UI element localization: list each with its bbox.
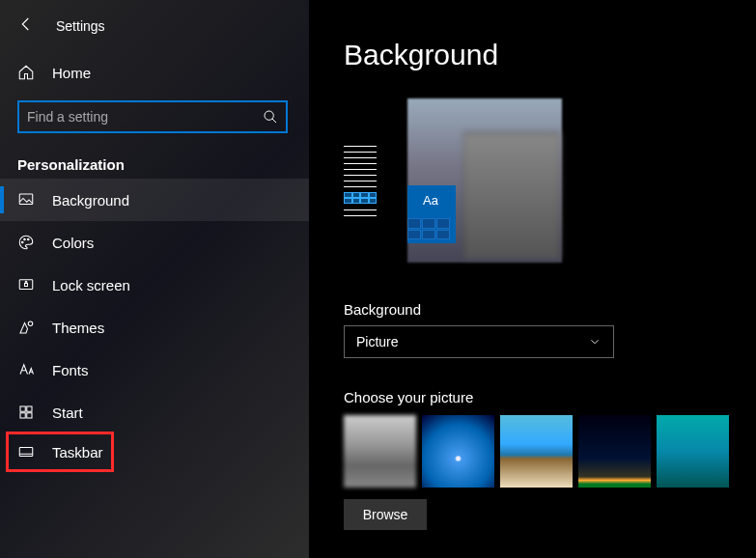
svg-point-0 [265,111,273,120]
background-dropdown[interactable]: Picture [344,325,614,358]
chevron-down-icon [588,335,602,349]
svg-rect-10 [20,413,25,418]
search-input[interactable] [27,109,263,125]
sidebar-item-fonts[interactable]: Fonts [0,349,309,391]
sidebar-item-start[interactable]: Start [0,391,309,433]
sidebar-item-lock-screen[interactable]: Lock screen [0,264,309,306]
desktop-preview-row: Aa [344,98,756,263]
choose-picture-label: Choose your picture [344,389,756,405]
app-title: Settings [56,18,105,34]
svg-point-4 [28,238,30,240]
sidebar-item-taskbar[interactable]: Taskbar [8,433,112,470]
taskbar-preview [344,141,377,221]
sidebar-item-label: Taskbar [52,444,103,460]
sidebar-item-background[interactable]: Background [0,179,309,221]
picture-thumbnail[interactable] [422,415,494,488]
home-icon [17,64,35,81]
sidebar-item-label: Fonts [52,362,89,378]
palette-icon [17,234,35,251]
sidebar-item-colors[interactable]: Colors [0,221,309,264]
sidebar-item-label: Lock screen [52,277,130,293]
picture-thumbnail[interactable] [578,415,651,488]
svg-rect-11 [27,413,32,418]
search-box[interactable] [17,100,288,133]
start-icon [17,404,35,421]
svg-point-3 [24,238,26,240]
sidebar-item-label: Background [52,192,129,209]
svg-point-7 [28,321,33,326]
sidebar-header: Settings [0,12,309,54]
search-wrap [0,91,309,147]
sidebar-item-label: Colors [52,235,94,251]
desktop-preview: Aa [407,98,562,263]
lock-screen-icon [17,276,35,293]
svg-rect-6 [25,284,28,287]
svg-rect-9 [27,406,32,411]
picture-thumbnail[interactable] [344,415,416,488]
sidebar-item-label: Start [52,405,83,421]
background-dropdown-value: Picture [356,334,399,349]
picture-thumbnail[interactable] [500,415,573,488]
picture-thumbnails [344,415,756,488]
themes-icon [17,319,35,336]
background-field-label: Background [344,301,756,318]
svg-point-2 [22,241,24,243]
svg-rect-12 [19,448,33,457]
sidebar-item-home[interactable]: Home [0,54,309,91]
preview-sample-text: Aa [423,193,438,208]
sidebar-item-themes[interactable]: Themes [0,306,309,349]
home-label: Home [52,65,91,81]
sidebar: Settings Home Personalization Background… [0,0,309,558]
svg-rect-8 [20,406,25,411]
page-title: Background [344,39,756,71]
picture-thumbnail[interactable] [657,415,729,488]
content: Background Aa Background Picture Choose [309,0,756,558]
image-icon [17,191,35,209]
sidebar-item-label: Themes [52,320,104,336]
section-label: Personalization [0,147,309,179]
svg-rect-1 [19,194,33,205]
fonts-icon [17,361,35,378]
search-icon [263,109,278,125]
browse-button[interactable]: Browse [344,499,427,530]
taskbar-icon [17,443,35,460]
back-button[interactable] [17,15,35,37]
